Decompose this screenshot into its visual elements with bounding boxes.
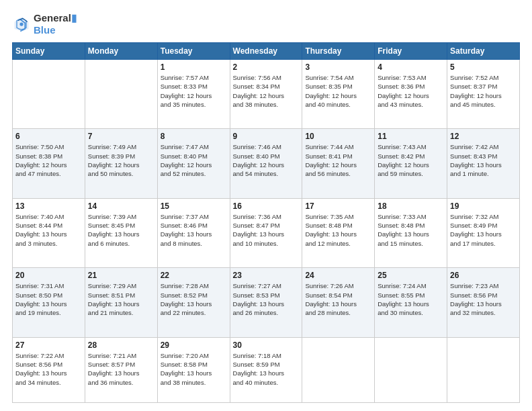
calendar-cell: 26Sunrise: 7:23 AM Sunset: 8:56 PM Dayli… <box>447 268 520 337</box>
day-info: Sunrise: 7:24 AM Sunset: 8:55 PM Dayligh… <box>378 281 444 317</box>
calendar-week-1: 1Sunrise: 7:57 AM Sunset: 8:33 PM Daylig… <box>13 60 520 129</box>
day-info: Sunrise: 7:33 AM Sunset: 8:48 PM Dayligh… <box>378 212 444 248</box>
calendar-cell: 14Sunrise: 7:39 AM Sunset: 8:45 PM Dayli… <box>85 198 157 267</box>
calendar-cell: 11Sunrise: 7:43 AM Sunset: 8:42 PM Dayli… <box>375 129 447 198</box>
day-number: 11 <box>378 132 444 141</box>
day-info: Sunrise: 7:20 AM Sunset: 8:58 PM Dayligh… <box>161 351 227 387</box>
day-info: Sunrise: 7:29 AM Sunset: 8:51 PM Dayligh… <box>88 281 154 317</box>
day-number: 12 <box>450 132 517 141</box>
calendar-cell <box>302 337 375 402</box>
weekday-header-monday: Monday <box>85 43 157 60</box>
day-number: 27 <box>15 340 82 350</box>
calendar-cell: 17Sunrise: 7:35 AM Sunset: 8:48 PM Dayli… <box>302 198 375 267</box>
logo-icon <box>12 15 31 34</box>
calendar-cell: 28Sunrise: 7:21 AM Sunset: 8:57 PM Dayli… <box>85 337 157 402</box>
day-number: 4 <box>378 62 444 72</box>
calendar-cell: 27Sunrise: 7:22 AM Sunset: 8:56 PM Dayli… <box>13 337 85 402</box>
calendar-week-3: 13Sunrise: 7:40 AM Sunset: 8:44 PM Dayli… <box>13 198 520 267</box>
day-number: 21 <box>88 271 154 280</box>
day-number: 15 <box>161 201 227 211</box>
day-number: 18 <box>378 201 444 211</box>
calendar-cell <box>447 337 520 402</box>
day-number: 5 <box>450 62 517 72</box>
weekday-header-saturday: Saturday <box>447 43 520 60</box>
day-info: Sunrise: 7:28 AM Sunset: 8:52 PM Dayligh… <box>161 281 227 317</box>
calendar-cell: 29Sunrise: 7:20 AM Sunset: 8:58 PM Dayli… <box>157 337 230 402</box>
calendar-cell: 18Sunrise: 7:33 AM Sunset: 8:48 PM Dayli… <box>375 198 447 267</box>
day-number: 13 <box>15 201 82 211</box>
calendar-cell <box>13 60 85 129</box>
calendar-cell <box>375 337 447 402</box>
calendar-cell: 12Sunrise: 7:42 AM Sunset: 8:43 PM Dayli… <box>447 129 520 198</box>
calendar-cell: 25Sunrise: 7:24 AM Sunset: 8:55 PM Dayli… <box>375 268 447 337</box>
day-info: Sunrise: 7:46 AM Sunset: 8:40 PM Dayligh… <box>233 142 300 178</box>
calendar-table: SundayMondayTuesdayWednesdayThursdayFrid… <box>12 42 520 403</box>
day-info: Sunrise: 7:22 AM Sunset: 8:56 PM Dayligh… <box>15 351 82 387</box>
calendar-cell: 9Sunrise: 7:46 AM Sunset: 8:40 PM Daylig… <box>230 129 302 198</box>
calendar-cell: 10Sunrise: 7:44 AM Sunset: 8:41 PM Dayli… <box>302 129 375 198</box>
day-info: Sunrise: 7:56 AM Sunset: 8:34 PM Dayligh… <box>233 73 300 109</box>
calendar-cell: 5Sunrise: 7:52 AM Sunset: 8:37 PM Daylig… <box>447 60 520 129</box>
calendar-cell: 30Sunrise: 7:18 AM Sunset: 8:59 PM Dayli… <box>230 337 302 402</box>
calendar-cell: 13Sunrise: 7:40 AM Sunset: 8:44 PM Dayli… <box>13 198 85 267</box>
day-number: 29 <box>161 340 227 350</box>
calendar-cell: 19Sunrise: 7:32 AM Sunset: 8:49 PM Dayli… <box>447 198 520 267</box>
page: General▮ Blue SundayMondayTuesdayWednesd… <box>0 0 532 411</box>
header: General▮ Blue <box>12 12 520 36</box>
weekday-header-friday: Friday <box>375 43 447 60</box>
day-info: Sunrise: 7:54 AM Sunset: 8:35 PM Dayligh… <box>305 73 371 109</box>
day-number: 23 <box>233 271 300 280</box>
day-info: Sunrise: 7:40 AM Sunset: 8:44 PM Dayligh… <box>15 212 82 248</box>
day-number: 19 <box>450 201 517 211</box>
day-info: Sunrise: 7:18 AM Sunset: 8:59 PM Dayligh… <box>233 351 300 387</box>
calendar-cell: 23Sunrise: 7:27 AM Sunset: 8:53 PM Dayli… <box>230 268 302 337</box>
calendar-week-5: 27Sunrise: 7:22 AM Sunset: 8:56 PM Dayli… <box>13 337 520 402</box>
calendar-cell: 1Sunrise: 7:57 AM Sunset: 8:33 PM Daylig… <box>157 60 230 129</box>
weekday-header-sunday: Sunday <box>13 43 85 60</box>
day-info: Sunrise: 7:23 AM Sunset: 8:56 PM Dayligh… <box>450 281 517 317</box>
day-number: 3 <box>305 62 371 72</box>
calendar-cell: 16Sunrise: 7:36 AM Sunset: 8:47 PM Dayli… <box>230 198 302 267</box>
day-info: Sunrise: 7:47 AM Sunset: 8:40 PM Dayligh… <box>161 142 227 178</box>
day-info: Sunrise: 7:26 AM Sunset: 8:54 PM Dayligh… <box>305 281 371 317</box>
calendar-cell: 15Sunrise: 7:37 AM Sunset: 8:46 PM Dayli… <box>157 198 230 267</box>
logo: General▮ Blue <box>12 12 77 36</box>
weekday-header-row: SundayMondayTuesdayWednesdayThursdayFrid… <box>13 43 520 60</box>
weekday-header-tuesday: Tuesday <box>157 43 230 60</box>
day-number: 6 <box>15 132 82 141</box>
calendar-cell: 20Sunrise: 7:31 AM Sunset: 8:50 PM Dayli… <box>13 268 85 337</box>
day-number: 14 <box>88 201 154 211</box>
calendar-week-2: 6Sunrise: 7:50 AM Sunset: 8:38 PM Daylig… <box>13 129 520 198</box>
day-number: 22 <box>161 271 227 280</box>
day-info: Sunrise: 7:31 AM Sunset: 8:50 PM Dayligh… <box>15 281 82 317</box>
day-number: 7 <box>88 132 154 141</box>
day-info: Sunrise: 7:32 AM Sunset: 8:49 PM Dayligh… <box>450 212 517 248</box>
day-info: Sunrise: 7:27 AM Sunset: 8:53 PM Dayligh… <box>233 281 300 317</box>
calendar-week-4: 20Sunrise: 7:31 AM Sunset: 8:50 PM Dayli… <box>13 268 520 337</box>
day-number: 17 <box>305 201 371 211</box>
day-number: 26 <box>450 271 517 280</box>
day-number: 20 <box>15 271 82 280</box>
calendar-cell: 6Sunrise: 7:50 AM Sunset: 8:38 PM Daylig… <box>13 129 85 198</box>
calendar-cell: 3Sunrise: 7:54 AM Sunset: 8:35 PM Daylig… <box>302 60 375 129</box>
day-info: Sunrise: 7:37 AM Sunset: 8:46 PM Dayligh… <box>161 212 227 248</box>
day-info: Sunrise: 7:43 AM Sunset: 8:42 PM Dayligh… <box>378 142 444 178</box>
day-number: 24 <box>305 271 371 280</box>
day-info: Sunrise: 7:53 AM Sunset: 8:36 PM Dayligh… <box>378 73 444 109</box>
calendar-cell: 24Sunrise: 7:26 AM Sunset: 8:54 PM Dayli… <box>302 268 375 337</box>
day-info: Sunrise: 7:52 AM Sunset: 8:37 PM Dayligh… <box>450 73 517 109</box>
day-number: 10 <box>305 132 371 141</box>
day-number: 16 <box>233 201 300 211</box>
day-info: Sunrise: 7:57 AM Sunset: 8:33 PM Dayligh… <box>161 73 227 109</box>
calendar-cell: 2Sunrise: 7:56 AM Sunset: 8:34 PM Daylig… <box>230 60 302 129</box>
calendar-cell: 7Sunrise: 7:49 AM Sunset: 8:39 PM Daylig… <box>85 129 157 198</box>
calendar-cell: 22Sunrise: 7:28 AM Sunset: 8:52 PM Dayli… <box>157 268 230 337</box>
day-info: Sunrise: 7:35 AM Sunset: 8:48 PM Dayligh… <box>305 212 371 248</box>
calendar-cell: 21Sunrise: 7:29 AM Sunset: 8:51 PM Dayli… <box>85 268 157 337</box>
day-number: 25 <box>378 271 444 280</box>
calendar-cell: 8Sunrise: 7:47 AM Sunset: 8:40 PM Daylig… <box>157 129 230 198</box>
weekday-header-wednesday: Wednesday <box>230 43 302 60</box>
day-info: Sunrise: 7:39 AM Sunset: 8:45 PM Dayligh… <box>88 212 154 248</box>
day-info: Sunrise: 7:44 AM Sunset: 8:41 PM Dayligh… <box>305 142 371 178</box>
day-info: Sunrise: 7:49 AM Sunset: 8:39 PM Dayligh… <box>88 142 154 178</box>
